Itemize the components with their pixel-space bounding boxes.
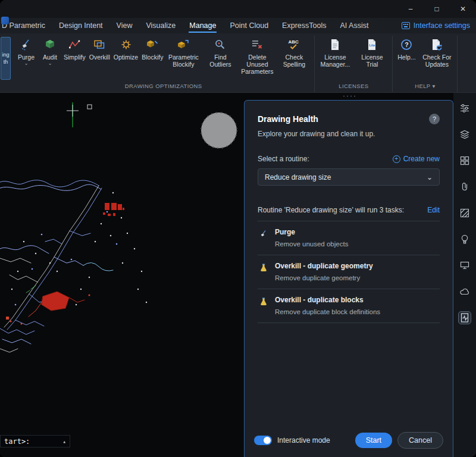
panel-icon-strip <box>453 93 476 457</box>
purge-task-icon <box>259 229 268 239</box>
chevron-down-icon: ⌄ <box>427 173 433 181</box>
layers-panel-icon[interactable] <box>459 129 471 140</box>
interface-settings-label: Interface settings <box>414 21 470 30</box>
properties-panel-icon[interactable] <box>459 102 471 114</box>
interactive-mode-toggle[interactable] <box>254 436 272 445</box>
task-row-purge: Purge Remove unused objects <box>258 221 440 255</box>
drawing-health-panel-icon[interactable] <box>459 312 471 324</box>
delete-unused-parameters-button[interactable]: Delete Unused Parameters <box>239 36 275 80</box>
main-content: tart>: ▴ ···· Drawing Health ? Explore y… <box>0 93 476 457</box>
audit-button[interactable]: Audit ⌄ <box>38 36 62 66</box>
drawing-health-panel: Drawing Health ? Explore your drawing an… <box>244 100 453 457</box>
overkill-icon <box>92 37 107 52</box>
interface-settings-button[interactable]: Interface settings <box>402 21 470 30</box>
application-window: – □ ✕ D Parametric Design Intent View Vi… <box>0 0 476 457</box>
panel-help-button[interactable]: ? <box>429 114 440 124</box>
tab-design-intent[interactable]: Design Intent <box>58 19 104 33</box>
tab-view[interactable]: View <box>116 19 133 33</box>
start-button[interactable]: Start <box>355 433 392 448</box>
overkill-task-icon <box>259 263 268 273</box>
render-balloon-panel-icon[interactable] <box>459 233 471 245</box>
check-spelling-button[interactable]: ABC Check Spelling <box>275 36 312 73</box>
select-routine-label: Select a routine: <box>258 155 309 163</box>
group-label-help: HELP ▾ <box>394 80 455 92</box>
find-outliers-icon <box>213 37 227 52</box>
panel-subtitle: Explore your drawing and clean it up. <box>258 130 440 138</box>
interactive-mode-label: Interactive mode <box>277 436 330 445</box>
edit-routine-link[interactable]: Edit <box>427 206 440 214</box>
tab-ai-assist[interactable]: AI Assist <box>339 19 369 33</box>
license-manager-button[interactable]: License Manager... <box>317 36 353 73</box>
overkill-button[interactable]: Overkill <box>87 36 112 66</box>
task-row-overkill-blocks: Overkill - duplicate blocks Remove dupli… <box>258 289 440 323</box>
minimize-button[interactable]: – <box>397 0 424 18</box>
command-history-expander[interactable]: ▴ <box>63 439 66 445</box>
create-new-routine-button[interactable]: + Create new <box>393 155 440 163</box>
drawing-health-ribbon-button-cut[interactable]: ing th <box>1 37 11 80</box>
license-trial-button[interactable]: Lite License Trial <box>353 36 390 73</box>
cancel-button[interactable]: Cancel <box>397 432 443 449</box>
svg-text:ABC: ABC <box>289 39 299 45</box>
check-spelling-icon: ABC <box>287 37 301 52</box>
check-for-updates-button[interactable]: Check For Updates <box>418 36 455 73</box>
panel-title: Drawing Health <box>258 114 318 124</box>
task-row-overkill-geometry: Overkill - duplicate geometry Remove dup… <box>258 255 440 289</box>
routine-dropdown-value: Reduce drawing size <box>265 173 331 181</box>
group-label-drawing-optimizations: DRAWING OPTIMIZATIONS <box>14 80 312 92</box>
group-label-licenses: LICENSES <box>317 80 390 92</box>
tab-visualize[interactable]: Visualize <box>145 19 176 33</box>
audit-icon <box>43 37 57 52</box>
license-manager-icon <box>328 37 342 52</box>
plus-icon: + <box>393 155 400 163</box>
tab-point-cloud[interactable]: Point Cloud <box>229 19 269 33</box>
help-icon: ? <box>399 37 414 52</box>
ribbon-group-help: ? Help... Check For Updates HELP ▾ <box>393 36 458 92</box>
simplify-icon <box>67 37 82 52</box>
app-icon <box>1 17 9 24</box>
blockify-icon <box>145 37 159 52</box>
parametric-blockify-icon <box>176 37 190 52</box>
find-outliers-button[interactable]: Find Outliers <box>202 36 239 73</box>
command-line[interactable]: tart>: ▴ <box>0 435 70 447</box>
optimize-icon <box>119 37 133 52</box>
ribbon-group-licenses: License Manager... Lite License Trial LI… <box>315 36 393 92</box>
tasks-heading: Routine 'Reduce drawing size' will run 3… <box>258 206 404 214</box>
tab-expresstools[interactable]: ExpressTools <box>281 19 327 33</box>
ribbon: ing th Purge ⌄ Audit ⌄ Simplify <box>0 33 476 93</box>
blocks-panel-icon[interactable] <box>459 155 471 167</box>
check-for-updates-icon <box>430 37 444 52</box>
panel-drag-handle[interactable]: ···· <box>343 93 357 99</box>
ribbon-tab-bar: D Parametric Design Intent View Visualiz… <box>0 18 476 33</box>
interface-settings-icon <box>402 22 410 29</box>
blockify-button[interactable]: Blockify <box>140 36 165 66</box>
plot-panel-icon[interactable] <box>459 259 471 271</box>
svg-text:Lite: Lite <box>369 43 375 47</box>
delete-unused-parameters-icon <box>250 37 264 52</box>
purge-button[interactable]: Purge ⌄ <box>14 36 38 66</box>
ribbon-group-drawing-optimizations: Purge ⌄ Audit ⌄ Simplify Overkill <box>12 36 315 92</box>
command-prompt: tart>: <box>4 437 30 446</box>
optimize-button[interactable]: Optimize <box>112 36 140 66</box>
purge-icon <box>19 37 33 52</box>
attachments-panel-icon[interactable] <box>459 181 471 193</box>
routine-dropdown[interactable]: Reduce drawing size ⌄ <box>258 168 440 186</box>
parametric-blockify-button[interactable]: Parametric Blockify <box>165 36 202 73</box>
maximize-button[interactable]: □ <box>424 0 450 18</box>
overkill-task-icon <box>259 297 268 306</box>
title-bar: – □ ✕ <box>0 0 476 18</box>
help-button[interactable]: ? Help... <box>394 36 418 66</box>
tab-manage[interactable]: Manage <box>189 19 217 33</box>
close-button[interactable]: ✕ <box>450 0 476 18</box>
license-trial-icon: Lite <box>365 37 379 52</box>
hatch-panel-icon[interactable] <box>459 207 471 219</box>
svg-text:?: ? <box>405 41 409 48</box>
cloud-panel-icon[interactable] <box>459 286 471 298</box>
simplify-button[interactable]: Simplify <box>62 36 87 66</box>
